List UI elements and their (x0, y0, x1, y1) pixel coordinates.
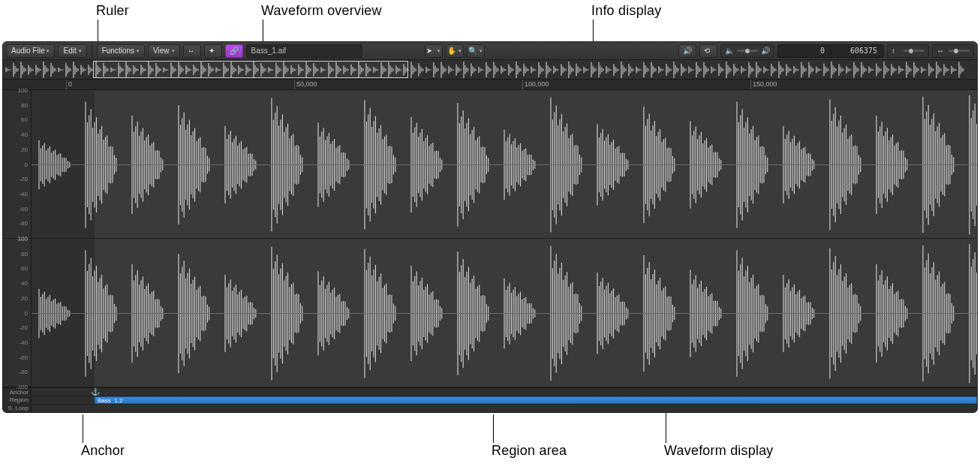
slider-knob[interactable] (953, 48, 959, 54)
db-label: 0 (25, 161, 28, 167)
callout-anchor: Anchor (81, 443, 125, 459)
callout-line (493, 414, 494, 443)
db-label: -60 (19, 205, 28, 212)
db-label: -60 (19, 354, 28, 360)
db-label: -40 (19, 190, 28, 197)
callout-waveform-display: Waveform display (664, 443, 774, 459)
vertical-zoom-slider[interactable]: ↕ (887, 44, 929, 58)
preview-volume-slider[interactable]: 🔈 🔊 (720, 44, 774, 58)
anchor-marker[interactable]: ⚓ (91, 387, 98, 396)
cycle-icon: ⟲ (704, 47, 713, 56)
sloop-row[interactable] (32, 405, 977, 413)
vol-low-icon: 🔈 (725, 47, 734, 56)
db-label: 40 (21, 131, 28, 138)
channel-right (32, 239, 977, 387)
db-label: 100 (18, 87, 28, 94)
chevron-down-icon: ▾ (479, 48, 482, 54)
callout-overview: Waveform overview (261, 3, 382, 19)
sample-counter: 0 606375 (777, 44, 884, 58)
region-tracks[interactable]: ⚓ Bass_1.2 (32, 388, 977, 412)
info-text: Bass_1.aif (251, 47, 287, 55)
menu-edit[interactable]: Edit▾ (58, 44, 86, 58)
label-region: Region (3, 396, 29, 403)
slider-track (948, 50, 969, 52)
db-label: -20 (19, 176, 28, 182)
vol-high-icon: 🔊 (761, 47, 770, 56)
menu-view[interactable]: View▾ (148, 44, 180, 58)
anchor-row[interactable]: ⚓ (32, 388, 977, 396)
slider-knob[interactable] (908, 48, 914, 54)
db-label: -80 (19, 220, 28, 227)
separator (92, 44, 92, 58)
db-label: 20 (21, 146, 28, 152)
ruler-label: 0 (68, 80, 72, 88)
chevron-down-icon: ▾ (137, 48, 140, 54)
scale-channel-left: 100806040200-20-40-60-80-100 (3, 90, 31, 239)
menu-audio-file[interactable]: Audio File▾ (6, 44, 55, 58)
menu-label: Audio File (11, 47, 44, 55)
transient-edit-button[interactable]: ✦ (204, 44, 222, 58)
menu-label: Functions (102, 47, 134, 55)
chevron-down-icon: ▾ (47, 48, 50, 54)
scale-channel-right: 100806040200-20-40-60-80-100 (3, 239, 31, 387)
link-icon: 🔗 (230, 47, 239, 56)
pointer-icon: ➤ (426, 47, 435, 56)
db-label: 60 (21, 265, 28, 272)
waveform-display: 100806040200-20-40-60-80-100 10080604020… (3, 90, 977, 387)
cycle-button[interactable]: ⟲ (699, 44, 717, 58)
db-label: 20 (21, 294, 28, 301)
info-display[interactable]: Bass_1.aif (246, 44, 362, 58)
slider-knob[interactable] (744, 48, 750, 54)
waveform-overview[interactable] (3, 60, 977, 80)
waveform-tracks[interactable] (32, 90, 977, 387)
slider-track (737, 50, 758, 52)
amplitude-scale: 100806040200-20-40-60-80-100 10080604020… (3, 90, 32, 387)
chevron-down-icon: ▾ (437, 48, 440, 54)
hand-icon: ✋ (447, 47, 456, 56)
region-name: Bass_1.2 (98, 397, 122, 404)
audio-file-editor: Audio File▾ Edit▾ Functions▾ View▾ ↔ ✦ 🔗… (2, 41, 978, 413)
db-label: 100 (18, 236, 28, 243)
preview-button[interactable]: 🔊 (678, 44, 696, 58)
ruler-label: 100,000 (525, 80, 549, 88)
transient-icon: ✦ (209, 47, 218, 56)
callout-line (83, 414, 83, 443)
speaker-icon: 🔊 (683, 47, 692, 56)
hand-tool-button[interactable]: ✋▾ (446, 44, 464, 58)
callout-info: Info display (591, 3, 661, 19)
channel-left (32, 90, 977, 239)
overview-viewport[interactable] (93, 61, 408, 78)
region-bar[interactable]: Bass_1.2 (95, 396, 977, 404)
db-label: 60 (21, 116, 28, 123)
db-label: -80 (19, 369, 28, 375)
counter-end: 606375 (831, 47, 883, 55)
pointer-tool-button[interactable]: ➤▾ (425, 44, 443, 58)
ruler-label: 150,000 (753, 80, 777, 88)
region-row[interactable]: Bass_1.2 (32, 396, 977, 405)
waveform-right (32, 239, 977, 387)
label-sloop: S. Loop (3, 405, 29, 411)
ruler[interactable]: 050,000100,000150,000 (3, 80, 977, 90)
menu-label: View (153, 47, 170, 55)
db-label: -20 (19, 324, 28, 331)
horizontal-zoom-slider[interactable]: ↔ (932, 44, 974, 58)
chevron-down-icon: ▾ (458, 48, 461, 54)
counter-start: 0 (778, 47, 831, 55)
chevron-down-icon: ▾ (172, 48, 175, 54)
db-label: -40 (19, 339, 28, 345)
ruler-label: 50,000 (296, 80, 317, 88)
catch-playhead-button[interactable]: ↔ (183, 44, 201, 58)
zoom-tool-button[interactable]: 🔍▾ (467, 44, 485, 58)
menu-functions[interactable]: Functions▾ (97, 44, 145, 58)
db-label: 80 (21, 101, 28, 108)
db-label: 80 (21, 250, 28, 257)
toolbar: Audio File▾ Edit▾ Functions▾ View▾ ↔ ✦ 🔗… (3, 42, 977, 60)
region-area: Anchor Region S. Loop ⚓ Bass_1.2 (3, 387, 977, 412)
vert-zoom-icon: ↕ (891, 47, 900, 56)
db-label: 40 (21, 280, 28, 287)
callout-ruler: Ruler (96, 3, 129, 19)
link-button[interactable]: 🔗 (225, 44, 243, 58)
db-label: 0 (25, 309, 28, 316)
slider-track (903, 50, 924, 52)
chevron-down-icon: ▾ (79, 48, 82, 54)
